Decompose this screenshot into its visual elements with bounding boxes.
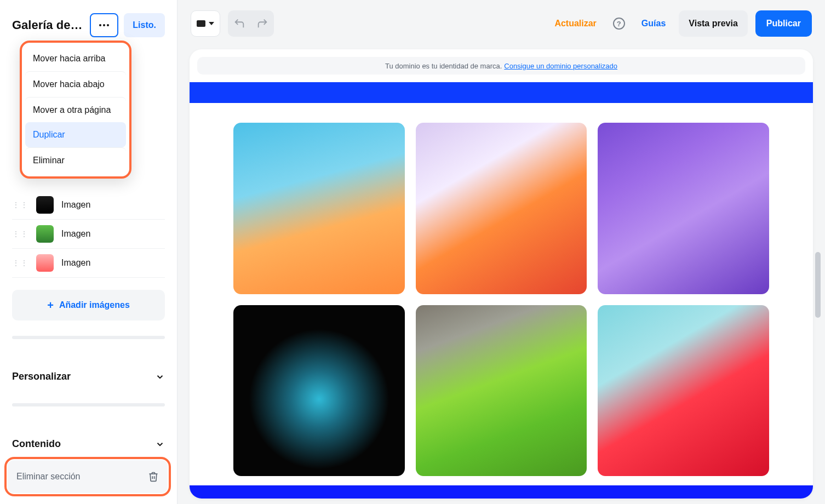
gallery-tile[interactable] [598, 305, 769, 477]
site-header-bar [190, 82, 813, 103]
list-item[interactable]: ⋮⋮ Imagen [12, 191, 165, 220]
gallery-tile[interactable] [233, 305, 405, 477]
image-thumbnail [36, 254, 54, 272]
drag-handle-icon[interactable]: ⋮⋮ [12, 230, 28, 238]
drag-handle-icon[interactable]: ⋮⋮ [12, 259, 28, 267]
topbar: Actualizar ? Guías Vista previa Publicar [177, 0, 825, 47]
publish-button[interactable]: Publicar [755, 10, 812, 37]
accordion-personalize[interactable]: Personalizar [12, 361, 165, 392]
gallery-tile[interactable] [598, 123, 769, 294]
guias-link[interactable]: Guías [636, 19, 671, 28]
more-options-dropdown: Mover hacia arriba Mover hacia abajo Mov… [20, 41, 131, 179]
device-selector[interactable] [191, 10, 220, 37]
chevron-down-icon [155, 372, 165, 382]
image-thumbnail [36, 196, 54, 214]
chevron-down-icon [155, 439, 165, 449]
menu-delete[interactable]: Eliminar [25, 147, 126, 173]
domain-banner: Tu dominio es tu identidad de marca. Con… [197, 57, 805, 75]
menu-move-page[interactable]: Mover a otra página [25, 97, 126, 123]
mini-scrollbar[interactable] [12, 403, 165, 406]
section-title: Galería de i... [12, 18, 84, 32]
menu-duplicate[interactable]: Duplicar [25, 122, 126, 147]
trash-icon [148, 471, 159, 482]
more-options-button[interactable] [90, 13, 118, 37]
add-images-label: Añadir imágenes [59, 300, 130, 310]
undo-button[interactable] [228, 10, 251, 37]
sidebar-body: ⋮⋮ Imagen ⋮⋮ Imagen ⋮⋮ Imagen + Añadir i… [0, 191, 177, 460]
gallery-tile[interactable] [416, 305, 587, 477]
add-images-button[interactable]: + Añadir imágenes [12, 290, 165, 320]
help-icon[interactable]: ? [613, 18, 625, 30]
menu-move-down[interactable]: Mover hacia abajo [25, 71, 126, 97]
preview-button[interactable]: Vista previa [679, 10, 748, 37]
plus-icon: + [47, 299, 54, 312]
gallery-tile[interactable] [416, 123, 587, 294]
gallery-tile[interactable] [233, 123, 405, 294]
scrollbar-thumb[interactable] [815, 252, 821, 318]
accordion-label: Personalizar [12, 371, 71, 382]
image-label: Imagen [61, 200, 90, 210]
drag-handle-icon[interactable]: ⋮⋮ [12, 201, 28, 209]
main-area: Actualizar ? Guías Vista previa Publicar… [177, 0, 825, 504]
redo-icon [256, 18, 268, 30]
mini-scrollbar[interactable] [12, 336, 165, 339]
actualizar-link[interactable]: Actualizar [549, 19, 601, 28]
ellipsis-icon [99, 24, 109, 26]
delete-section-button[interactable]: Eliminar sección [8, 460, 168, 493]
image-label: Imagen [61, 258, 90, 268]
accordion-label: Contenido [12, 438, 61, 450]
banner-link[interactable]: Consigue un dominio personalizado [504, 62, 617, 70]
list-item[interactable]: ⋮⋮ Imagen [12, 249, 165, 278]
delete-section-label: Eliminar sección [16, 472, 80, 482]
done-button[interactable]: Listo. [124, 13, 165, 37]
undo-redo-group [228, 10, 274, 37]
delete-section-highlight: Eliminar sección [4, 457, 171, 496]
redo-button[interactable] [251, 10, 274, 37]
menu-move-up[interactable]: Mover hacia arriba [25, 46, 126, 71]
desktop-icon [197, 20, 205, 27]
caret-down-icon [209, 22, 214, 25]
site-footer-bar [190, 485, 813, 499]
accordion-content[interactable]: Contenido [12, 428, 165, 460]
preview-canvas: Tu dominio es tu identidad de marca. Con… [190, 49, 813, 499]
undo-icon [233, 18, 245, 30]
image-gallery [190, 103, 813, 496]
image-thumbnail [36, 225, 54, 243]
list-item[interactable]: ⋮⋮ Imagen [12, 220, 165, 249]
image-label: Imagen [61, 229, 90, 239]
banner-text: Tu dominio es tu identidad de marca. [385, 62, 502, 70]
vertical-scrollbar[interactable] [815, 55, 821, 482]
sidebar: Galería de i... Listo. Mover hacia arrib… [0, 0, 177, 504]
